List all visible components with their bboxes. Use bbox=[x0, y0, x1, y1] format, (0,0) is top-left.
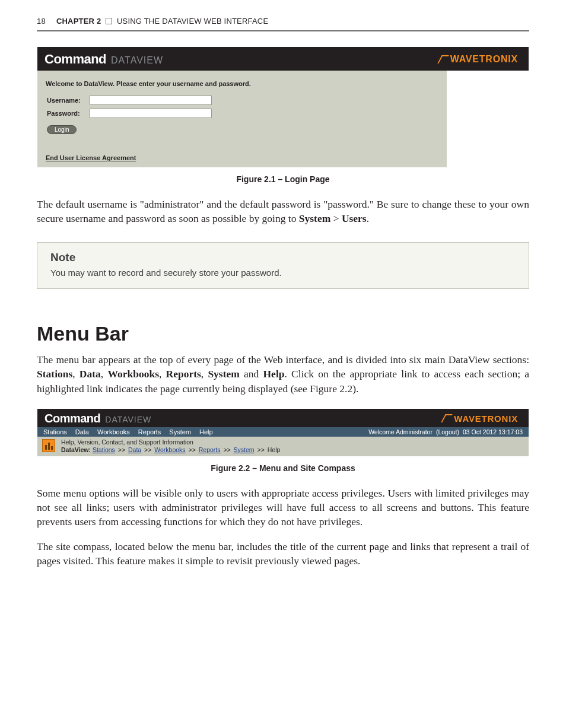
username-label: Username: bbox=[47, 97, 86, 104]
wavetronix-logo: WAVETRONIX bbox=[442, 414, 518, 424]
menu-welcome-user: Welcome Administrator bbox=[368, 428, 433, 435]
menu-item-reports[interactable]: Reports bbox=[138, 428, 161, 435]
menu-item-workbooks[interactable]: Workbooks bbox=[97, 428, 130, 435]
section-name: Workbooks bbox=[107, 368, 159, 380]
wavetronix-text: WAVETRONIX bbox=[450, 54, 518, 65]
paragraph-site-compass: The site compass, located below the menu… bbox=[37, 539, 529, 568]
brand-command: Command bbox=[44, 52, 106, 67]
figure-1-caption: Figure 2.1 – Login Page bbox=[37, 174, 529, 184]
password-input[interactable] bbox=[90, 109, 212, 118]
chapter-title: USING THE DATAVIEW WEB INTERFACE bbox=[117, 17, 268, 26]
paragraph-menu-bar-intro: The menu bar appears at the top of every… bbox=[37, 352, 529, 395]
section-name: System bbox=[208, 368, 239, 380]
paragraph-default-credentials: The default username is "administrator" … bbox=[37, 197, 529, 225]
brand-dataview: DATAVIEW bbox=[111, 55, 163, 66]
compass-separator: >> bbox=[142, 446, 153, 453]
logout-link[interactable]: (Logout) bbox=[436, 428, 459, 435]
login-welcome-text: Welcome to DataView. Please enter your u… bbox=[46, 80, 440, 87]
menu-timestamp: 03 Oct 2012 13:17:03 bbox=[463, 428, 523, 435]
compass-link-data[interactable]: Data bbox=[128, 446, 141, 453]
figure-2-caption: Figure 2.2 – Menu and Site Compass bbox=[37, 463, 529, 473]
section-name: Data bbox=[80, 368, 101, 380]
section-name: Help bbox=[263, 368, 285, 380]
login-button[interactable]: Login bbox=[47, 125, 77, 134]
brand-dataview: DATAVIEW bbox=[105, 415, 151, 424]
compass-separator: >> bbox=[116, 446, 127, 453]
eula-link[interactable]: End User License Agreement bbox=[46, 154, 440, 161]
compass-current: Help bbox=[268, 446, 281, 453]
username-input[interactable] bbox=[90, 96, 212, 105]
compass-link-stations[interactable]: Stations bbox=[93, 446, 115, 453]
compass-link-reports[interactable]: Reports bbox=[199, 446, 221, 453]
section-name: Reports bbox=[166, 368, 201, 380]
bar-chart-icon bbox=[42, 439, 55, 452]
note-title: Note bbox=[50, 251, 516, 264]
compass-separator: >> bbox=[221, 446, 232, 453]
brand-bar: Command DATAVIEW WAVETRONIX bbox=[37, 409, 529, 427]
menu-bar: StationsDataWorkbooksReportsSystemHelp W… bbox=[37, 427, 529, 437]
compass-title: Help, Version, Contact, and Support Info… bbox=[61, 438, 280, 446]
menu-item-data[interactable]: Data bbox=[75, 428, 89, 435]
figure-login-page: Command DATAVIEW WAVETRONIX Welcome to D… bbox=[37, 47, 529, 167]
brand-command: Command bbox=[44, 412, 100, 425]
note-text: You may want to record and securely stor… bbox=[50, 268, 516, 278]
figure-menu-bar: Command DATAVIEW WAVETRONIX StationsData… bbox=[37, 409, 529, 456]
square-divider-icon bbox=[106, 18, 112, 24]
site-compass: Help, Version, Contact, and Support Info… bbox=[37, 437, 529, 456]
menu-item-help[interactable]: Help bbox=[199, 428, 213, 435]
login-side-blank bbox=[447, 71, 529, 167]
wavetronix-text: WAVETRONIX bbox=[454, 414, 518, 424]
compass-link-system[interactable]: System bbox=[234, 446, 255, 453]
brand-bar: Command DATAVIEW WAVETRONIX bbox=[37, 47, 529, 71]
password-label: Password: bbox=[47, 110, 86, 117]
menu-item-stations[interactable]: Stations bbox=[43, 428, 67, 435]
page-number: 18 bbox=[37, 17, 46, 26]
compass-separator: >> bbox=[187, 446, 198, 453]
running-head: 18 CHAPTER 2 USING THE DATAVIEW WEB INTE… bbox=[37, 17, 529, 26]
compass-link-workbooks[interactable]: Workbooks bbox=[154, 446, 185, 453]
wavetronix-mark-icon bbox=[442, 414, 451, 423]
compass-separator: >> bbox=[256, 446, 266, 453]
wavetronix-mark-icon bbox=[438, 55, 448, 64]
compass-prefix: DataView: bbox=[61, 446, 93, 453]
section-title-menu-bar: Menu Bar bbox=[37, 322, 529, 345]
wavetronix-logo: WAVETRONIX bbox=[438, 54, 518, 65]
note-box: Note You may want to record and securely… bbox=[37, 242, 529, 289]
menu-item-system[interactable]: System bbox=[169, 428, 191, 435]
section-name: Stations bbox=[37, 368, 72, 380]
header-rule bbox=[37, 30, 529, 31]
paragraph-privileges: Some menu options will be visible only t… bbox=[37, 486, 529, 529]
chapter-label: CHAPTER 2 bbox=[56, 17, 101, 26]
